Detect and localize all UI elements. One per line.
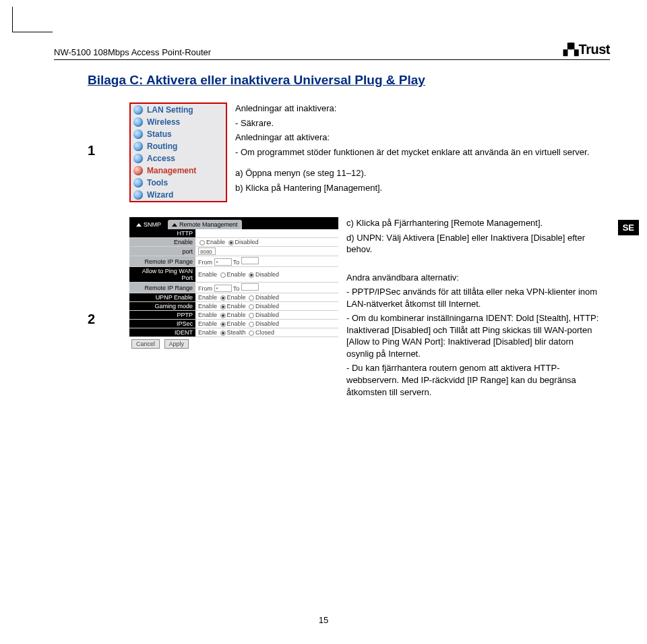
- page-number: 15: [0, 615, 647, 625]
- doc-title: NW-5100 108Mbps Access Point-Router: [54, 47, 211, 57]
- ip-to-input: [241, 257, 259, 264]
- bullet-icon: [133, 154, 143, 163]
- step-1-description: Anledningar att inaktivera: - Säkrare. A…: [235, 103, 603, 196]
- brand-text: Trust: [579, 42, 610, 57]
- bullet-icon: [133, 142, 143, 151]
- step-number-2: 2: [88, 217, 121, 327]
- step-2-description-wrap: c) Klicka på Fjärrhantering [Remote Mana…: [346, 217, 603, 401]
- radio-icon: [228, 240, 234, 245]
- bullet-icon: [133, 117, 143, 127]
- text-line: c) Klicka på Fjärrhantering [Remote Mana…: [346, 217, 603, 229]
- step-2-description: c) Klicka på Fjärrhantering [Remote Mana…: [346, 217, 603, 398]
- row-ipsec-value: Enable Enable Disabled: [195, 320, 338, 328]
- ip-to-input: [241, 283, 259, 291]
- step-1-figure: LAN Setting Wireless Status Routing Acce…: [129, 103, 227, 202]
- brand-logo: ▞▚ Trust: [563, 42, 610, 57]
- tab-remote-management: Remote Management: [168, 220, 242, 229]
- menu-item-routing: Routing: [131, 140, 226, 152]
- menu-item-access: Access: [131, 152, 226, 165]
- bullet-icon: [133, 129, 143, 139]
- menu-item-wireless: Wireless: [131, 116, 226, 128]
- radio-icon: [249, 322, 254, 327]
- language-badge: SE: [618, 220, 639, 235]
- bullet-icon: [133, 178, 143, 187]
- row-ident: IDENT: [129, 328, 195, 337]
- row-http: HTTP: [129, 229, 195, 238]
- row-pptp-value: Enable Enable Disabled: [195, 311, 338, 320]
- row-ident-value: Enable Stealth Closed: [195, 328, 338, 337]
- step-1-row: 1 LAN Setting Wireless Status Routing Ac…: [88, 103, 603, 202]
- section-heading: Bilaga C: Aktivera eller inaktivera Univ…: [88, 73, 603, 88]
- apply-button: Apply: [164, 339, 189, 349]
- menu-item-tools: Tools: [131, 177, 226, 189]
- corner-decoration: [12, 7, 53, 32]
- row-enable: Enable: [129, 238, 195, 247]
- menu-item-wizard: Wizard: [131, 189, 226, 201]
- radio-icon: [249, 330, 254, 336]
- row-port: port: [129, 247, 195, 256]
- row-upnp: UPNP Enable: [129, 293, 195, 302]
- step-2-figure: SNMP Remote Management HTTP Enable Enabl…: [129, 217, 338, 351]
- radio-icon: [249, 295, 254, 301]
- radio-icon: [249, 313, 254, 318]
- menu-item-management: Management: [131, 165, 226, 177]
- row-iprange: Remote IP Range: [129, 256, 195, 267]
- bullet-icon: [133, 190, 143, 200]
- radio-icon: [220, 313, 226, 318]
- panel-button-row: Cancel Apply: [129, 337, 338, 351]
- menu-item-status: Status: [131, 128, 226, 140]
- triangle-icon: [172, 223, 177, 227]
- page-content: Bilaga C: Aktivera eller inaktivera Univ…: [88, 73, 603, 415]
- radio-icon: [220, 304, 226, 310]
- row-allowping-value: Enable Enable Disabled: [195, 267, 338, 283]
- row-iprange2: Remote IP Range: [129, 283, 195, 293]
- step-2-row: 2 SNMP Remote Management HTTP Enable Ena…: [88, 217, 603, 401]
- bullet-icon: [133, 105, 143, 115]
- row-iprange-value: From * To: [195, 256, 338, 267]
- text-line: d) UNPN: Välj Aktivera [Enable] eller In…: [346, 232, 603, 256]
- text-line: - Du kan fjärrhantera routern genom att …: [346, 362, 603, 398]
- text-line: Andra användbara alternativ:: [346, 272, 603, 284]
- radio-icon: [249, 304, 254, 310]
- text-line: a) Öppna menyn (se steg 11–12).: [235, 167, 603, 179]
- text-line: Anledningar att aktivera:: [235, 131, 603, 144]
- row-port-value: 8080: [195, 247, 338, 256]
- port-input: 8080: [198, 247, 216, 255]
- settings-table: HTTP Enable Enable Disabled port 8080 Re…: [129, 229, 338, 337]
- row-pptp: PPTP: [129, 311, 195, 320]
- radio-icon: [220, 330, 226, 336]
- tab-snmp: SNMP: [132, 220, 165, 229]
- row-upnp-value: Enable Enable Disabled: [195, 293, 338, 302]
- bullet-icon: [133, 166, 143, 175]
- row-ipsec: IPSec: [129, 320, 195, 328]
- row-gaming-value: Enable Enable Disabled: [195, 302, 338, 311]
- ip-from-input: *: [214, 285, 232, 292]
- row-enable-value: Enable Disabled: [195, 238, 338, 247]
- text-line: - Säkrare.: [235, 117, 603, 129]
- radio-icon: [249, 272, 254, 278]
- ip-from-input: *: [214, 258, 232, 266]
- text-line: Anledningar att inaktivera:: [235, 103, 603, 115]
- row-gaming: Gaming mode: [129, 302, 195, 311]
- text-line: b) Klicka på Hantering [Management].: [235, 182, 603, 194]
- radio-icon: [199, 240, 205, 245]
- text-line: - PPTP/IPSec används för att tillåta ell…: [346, 286, 603, 310]
- radio-icon: [220, 322, 226, 327]
- brand-icon: ▞▚: [563, 43, 577, 56]
- row-iprange2-value: From * To: [195, 283, 338, 293]
- router-side-menu: LAN Setting Wireless Status Routing Acce…: [129, 103, 227, 202]
- cancel-button: Cancel: [131, 339, 160, 349]
- menu-item-lan: LAN Setting: [131, 104, 226, 116]
- text-line: - Om du kombinerar inställningarna IDENT…: [346, 312, 603, 359]
- radio-icon: [220, 295, 226, 301]
- page-header: NW-5100 108Mbps Access Point-Router ▞▚ T…: [54, 42, 610, 60]
- panel-tabbar: SNMP Remote Management: [129, 217, 338, 229]
- remote-management-panel: SNMP Remote Management HTTP Enable Enabl…: [129, 217, 338, 351]
- text-line: - Om programmet stöder funktionen är det…: [235, 146, 603, 158]
- radio-icon: [220, 272, 226, 278]
- row-allowping: Allow to Ping WAN Port: [129, 267, 195, 283]
- triangle-icon: [136, 223, 142, 227]
- step-number-1: 1: [88, 103, 121, 158]
